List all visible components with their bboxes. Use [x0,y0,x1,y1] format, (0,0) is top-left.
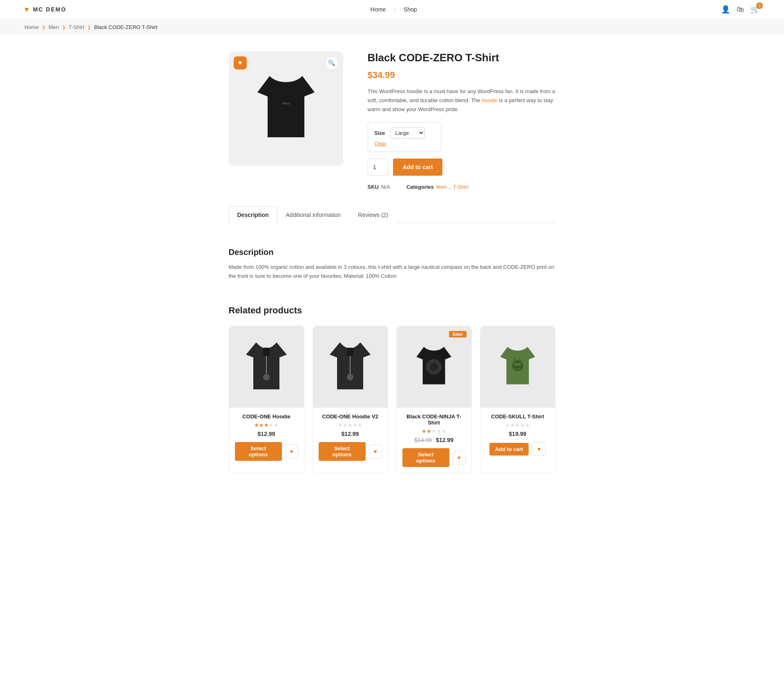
card-image-4 [480,326,555,408]
svg-point-6 [347,374,353,380]
sale-badge-3: Sale! [449,331,466,337]
size-label: Size [375,130,385,136]
breadcrumb-tshirt[interactable]: T-Shirt [69,24,84,30]
card-actions-1: Select options ♥ [235,442,298,461]
tabs-bar: Description Additional information Revie… [229,206,556,223]
nav-shop[interactable]: Shop [404,6,417,13]
card-image-1 [229,326,304,408]
card-actions-2: Select options ♥ [319,442,382,461]
product-description: This WordPress hoodie is a must have for… [368,87,556,114]
breadcrumb: Home ❯ Men ❯ T-Shirt ❯ Black CODE-ZERO T… [25,24,759,30]
card-body-3: Black CODE-NINJA T-Shirt ★★★★★ $14.99 $1… [397,408,471,473]
product-tabs-section: Description Additional information Revie… [147,206,637,223]
breadcrumb-bar: Home ❯ Men ❯ T-Shirt ❯ Black CODE-ZERO T… [0,19,784,35]
quantity-input[interactable] [368,159,388,176]
breadcrumb-sep-3: ❯ [87,25,91,29]
cart-badge: 0 [756,2,763,9]
size-selector-box: Size Large Small Medium X-Large Clear [368,122,441,152]
card-price-4: $19.99 [486,431,549,437]
card-actions-3: Select options ♥ [402,448,466,467]
description-title: Description [229,248,556,257]
nav-home[interactable]: Home [371,6,386,13]
sku-label: SKU [368,184,379,190]
product-section: ♥ 🔍 Woo Black CODE-ZERO T-Shirt $34.99 T… [147,35,637,206]
product-title: Black CODE-ZERO T-Shirt [368,51,556,64]
related-products-title: Related products [229,305,556,316]
product-image: Woo [249,68,323,150]
logo-text: MC DEMO [33,6,67,13]
tshirt-image-3 [411,338,456,395]
zoom-icon: 🔍 [328,60,335,66]
svg-point-3 [263,374,270,380]
site-logo[interactable]: ♥ MC DEMO [25,5,66,14]
product-card-1: CODE-ONE Hoodie ★★★★★ $12.99 Select opti… [229,326,304,473]
size-select[interactable]: Large Small Medium X-Large [390,127,425,138]
sku-value: N/A [381,184,390,190]
select-options-button-1[interactable]: Select options [235,442,282,461]
categories-label: Categories [407,184,434,190]
product-zoom-button[interactable]: 🔍 [325,56,338,69]
wishlist-icon-4: ♥ [537,446,541,452]
hoodie-link[interactable]: hoodie [482,97,498,103]
breadcrumb-men[interactable]: Men [49,24,59,30]
add-to-cart-button[interactable]: Add to cart [393,159,443,176]
wishlist-icon-1: ♥ [290,448,293,455]
cart-icon[interactable]: 🛒 0 [750,5,759,14]
products-grid: CODE-ONE Hoodie ★★★★★ $12.99 Select opti… [229,326,556,473]
product-wishlist-button[interactable]: ♥ [234,56,247,69]
breadcrumb-sep-1: ❯ [42,25,45,29]
card-name-3: Black CODE-NINJA T-Shirt [402,413,466,426]
wishlist-button-4[interactable]: ♥ [532,442,546,456]
description-text: Made from 100% organic cotton and availa… [229,263,556,281]
card-image-2 [313,326,388,408]
user-icon[interactable]: 👤 [721,5,730,14]
description-section: Description Made from 100% organic cotto… [147,235,637,293]
product-image-wrap: ♥ 🔍 Woo [229,51,343,166]
site-header: ♥ MC DEMO Home | Shop 👤 🛍 🛒 0 [0,0,784,19]
clear-size-link[interactable]: Clear [375,141,434,147]
card-name-4: CODE-SKULL T-Shirt [486,413,549,420]
sku-meta: SKU N/A [368,184,390,190]
category-men-link[interactable]: Men [436,184,447,190]
header-icons: 👤 🛍 🛒 0 [721,5,759,14]
card-name-2: CODE-ONE Hoodie V2 [319,413,382,420]
card-stars-3: ★★★★★ [402,428,466,434]
nav-divider: | [394,6,395,13]
wishlist-button-1[interactable]: ♥ [285,445,298,458]
wishlist-button-2[interactable]: ♥ [369,445,382,458]
product-card-3: Sale! Black CODE-NINJA T-Shirt ★★★★★ $14… [396,326,472,473]
product-card-4: CODE-SKULL T-Shirt ★★★★★ $19.99 Add to c… [480,326,556,473]
card-price-1: $12.99 [235,431,298,437]
card-body-2: CODE-ONE Hoodie V2 ★★★★★ $12.99 Select o… [313,408,388,467]
product-card-2: CODE-ONE Hoodie V2 ★★★★★ $12.99 Select o… [313,326,388,473]
svg-rect-1 [263,348,270,356]
hoodie-image-2 [326,336,375,398]
select-options-button-3[interactable]: Select options [402,448,449,467]
wishlist-icon-2: ♥ [373,448,377,455]
tab-additional-info[interactable]: Additional information [277,206,350,223]
logo-heart-icon: ♥ [25,5,30,14]
card-image-3: Sale! [397,326,471,408]
card-price-2: $12.99 [319,431,382,437]
category-tshirt-link[interactable]: T-Shirt [453,184,469,190]
wishlist-heart-icon: ♥ [238,59,242,67]
product-price: $34.99 [368,70,556,80]
svg-point-11 [518,363,521,366]
card-name-1: CODE-ONE Hoodie [235,413,298,420]
select-options-button-2[interactable]: Select options [319,442,366,461]
svg-text:Woo: Woo [282,101,290,105]
breadcrumb-home[interactable]: Home [25,24,39,30]
add-to-cart-button-4[interactable]: Add to cart [489,443,529,456]
hoodie-image-1 [242,336,291,398]
new-price-3: $12.99 [436,437,453,443]
wishlist-button-3[interactable]: ♥ [453,451,466,465]
tab-reviews[interactable]: Reviews (2) [349,206,397,223]
svg-point-10 [514,363,517,366]
bag-icon[interactable]: 🛍 [737,5,744,14]
main-nav: Home | Shop [371,6,417,13]
tab-description[interactable]: Description [229,206,277,223]
categories-meta: Categories Men, T-Shirt [407,184,469,190]
breadcrumb-sep-2: ❯ [62,25,65,29]
card-stars-2: ★★★★★ [319,422,382,428]
product-info: Black CODE-ZERO T-Shirt $34.99 This Word… [368,51,556,190]
